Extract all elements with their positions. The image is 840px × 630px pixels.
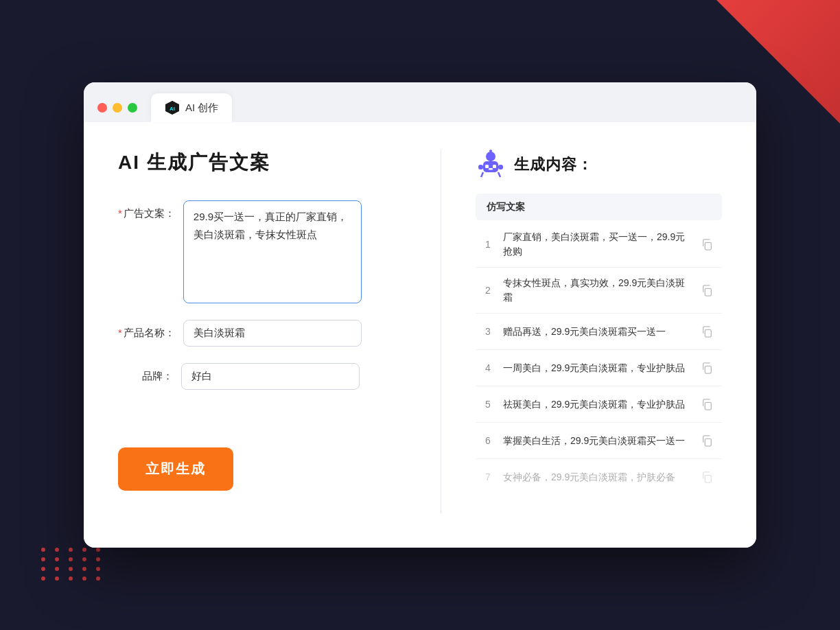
page-title: AI 生成广告文案: [118, 150, 406, 176]
right-panel: 生成内容： 仿写文案 1 厂家直销，美白淡斑霜，买一送一，29.9元抢购: [476, 150, 722, 513]
svg-rect-17: [705, 402, 711, 410]
result-item-num: 4: [481, 362, 495, 373]
copy-button[interactable]: [697, 322, 716, 341]
copy-icon: [701, 238, 713, 250]
result-item-num: 6: [481, 435, 495, 446]
traffic-light-yellow[interactable]: [113, 103, 122, 113]
result-item-text: 赠品再送，29.9元美白淡斑霜买一送一: [503, 325, 689, 339]
brand-input[interactable]: [181, 363, 360, 390]
result-item-num: 2: [481, 285, 495, 296]
required-star-1: *: [118, 207, 122, 219]
svg-rect-4: [485, 165, 489, 168]
ad-copy-label: *广告文案：: [118, 200, 175, 220]
copy-icon: [701, 362, 713, 374]
browser-window: AI AI 创作 AI 生成广告文案 *广告文案： *产品名称：: [84, 82, 756, 548]
bg-decoration-dots: [41, 548, 110, 603]
result-table: 仿写文案 1 厂家直销，美白淡斑霜，买一送一，29.9元抢购 2 专抹女性斑点，…: [476, 194, 722, 495]
result-item: 3 赠品再送，29.9元美白淡斑霜买一送一: [476, 314, 722, 350]
result-item-num: 3: [481, 326, 495, 337]
svg-text:AI: AI: [170, 106, 175, 112]
panel-divider: [441, 150, 441, 513]
svg-point-8: [489, 150, 492, 152]
result-item-text: 女神必备，29.9元美白淡斑霜，护肤必备: [503, 470, 689, 485]
result-item: 7 女神必备，29.9元美白淡斑霜，护肤必备: [476, 459, 722, 495]
copy-button[interactable]: [697, 395, 716, 414]
result-item: 5 祛斑美白，29.9元美白淡斑霜，专业护肤品: [476, 386, 722, 423]
robot-icon: [476, 150, 506, 180]
result-item: 6 掌握美白生活，29.9元美白淡斑霜买一送一: [476, 423, 722, 459]
svg-rect-5: [493, 165, 496, 168]
svg-rect-10: [498, 165, 503, 170]
product-name-label: *产品名称：: [118, 320, 175, 340]
tab-label: AI 创作: [185, 102, 218, 115]
main-content: AI 生成广告文案 *广告文案： *产品名称： 品牌：: [84, 122, 756, 548]
traffic-light-green[interactable]: [128, 103, 137, 113]
form-row-product-name: *产品名称：: [118, 320, 406, 347]
copy-button[interactable]: [697, 235, 716, 254]
form-row-ad-copy: *广告文案：: [118, 200, 406, 303]
svg-rect-6: [489, 168, 493, 170]
copy-icon: [701, 434, 713, 447]
copy-button[interactable]: [697, 467, 716, 487]
traffic-light-red[interactable]: [97, 103, 107, 113]
svg-rect-13: [705, 242, 711, 250]
result-item-num: 7: [481, 471, 495, 482]
result-item-num: 5: [481, 399, 495, 410]
result-item: 2 专抹女性斑点，真实功效，29.9元美白淡斑霜: [476, 268, 722, 314]
svg-rect-18: [705, 439, 711, 446]
copy-button[interactable]: [697, 358, 716, 377]
result-item-text: 厂家直销，美白淡斑霜，买一送一，29.9元抢购: [503, 230, 689, 259]
ai-icon: AI: [165, 100, 180, 115]
svg-line-11: [481, 172, 483, 177]
svg-rect-9: [478, 165, 483, 170]
result-item: 4 一周美白，29.9元美白淡斑霜，专业护肤品: [476, 350, 722, 386]
brand-label: 品牌：: [118, 363, 173, 383]
copy-icon: [701, 325, 713, 338]
result-item-text: 专抹女性斑点，真实功效，29.9元美白淡斑霜: [503, 276, 689, 305]
required-star-2: *: [118, 327, 122, 338]
result-item-text: 祛斑美白，29.9元美白淡斑霜，专业护肤品: [503, 397, 689, 412]
result-title: 生成内容：: [514, 154, 593, 175]
result-item-text: 掌握美白生活，29.9元美白淡斑霜买一送一: [503, 434, 689, 448]
copy-button[interactable]: [697, 281, 716, 300]
svg-rect-14: [705, 288, 711, 296]
ad-copy-input[interactable]: [183, 200, 362, 303]
product-name-input[interactable]: [183, 320, 362, 347]
copy-icon: [701, 471, 713, 483]
traffic-lights: [97, 103, 137, 113]
generate-button[interactable]: 立即生成: [118, 447, 233, 491]
copy-button[interactable]: [697, 431, 716, 450]
svg-rect-15: [705, 329, 711, 337]
left-panel: AI 生成广告文案 *广告文案： *产品名称： 品牌：: [118, 150, 406, 513]
svg-rect-19: [705, 475, 711, 482]
copy-icon: [701, 284, 713, 296]
result-item: 1 厂家直销，美白淡斑霜，买一送一，29.9元抢购: [476, 222, 722, 268]
svg-rect-16: [705, 366, 711, 373]
svg-line-12: [498, 172, 500, 177]
title-bar: AI AI 创作: [84, 82, 756, 122]
result-table-header: 仿写文案: [476, 194, 722, 220]
result-header: 生成内容：: [476, 150, 722, 180]
copy-icon: [701, 398, 713, 410]
browser-tab[interactable]: AI AI 创作: [151, 93, 232, 122]
result-item-text: 一周美白，29.9元美白淡斑霜，专业护肤品: [503, 361, 689, 375]
form-row-brand: 品牌：: [118, 363, 406, 390]
result-items-container: 1 厂家直销，美白淡斑霜，买一送一，29.9元抢购 2 专抹女性斑点，真实功效，…: [476, 222, 722, 495]
result-item-num: 1: [481, 239, 495, 250]
